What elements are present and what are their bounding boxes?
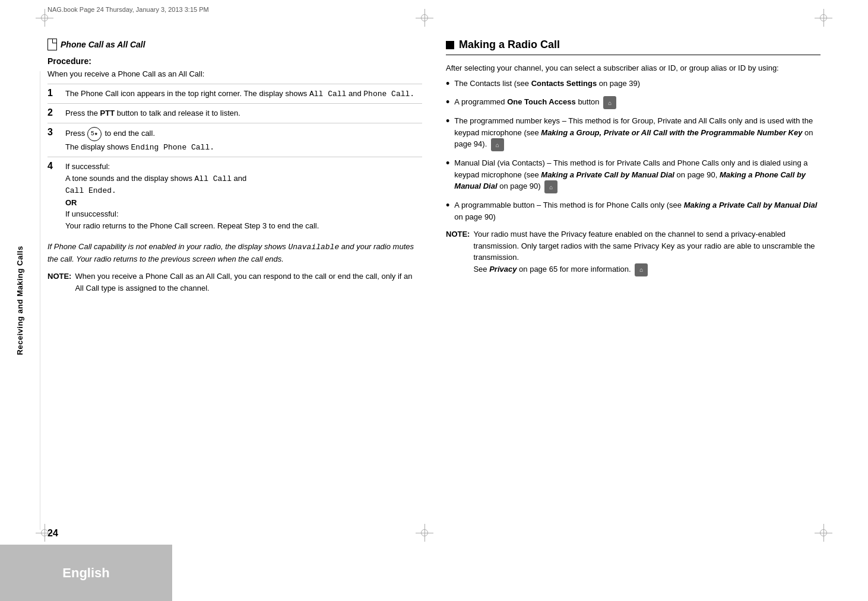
bullet-dot-4: • xyxy=(446,157,449,193)
bullet-content-5: A programmable button – This method is f… xyxy=(454,199,821,222)
bullet-dot-3: • xyxy=(446,115,449,151)
bullet-item-2: • A programmed One Touch Access button ⌂ xyxy=(446,96,821,109)
bullet-dot-2: • xyxy=(446,96,449,109)
header-text: NAG.book Page 24 Thursday, January 3, 20… xyxy=(47,6,209,13)
one-touch-icon: ⌂ xyxy=(603,96,616,109)
programmable-key-icon: ⌂ xyxy=(491,138,504,151)
bullet-content-3: The programmed number keys – This method… xyxy=(454,115,821,151)
step-4: 4 If successful: A tone sounds and the d… xyxy=(47,157,422,235)
step-4-num: 4 xyxy=(47,161,59,231)
sidebar-tab: Receiving and Making Calls xyxy=(0,71,40,530)
right-note-block: NOTE: Your radio must have the Privacy f… xyxy=(446,228,821,276)
bullet-item-4: • Manual Dial (via Contacts) – This meth… xyxy=(446,157,821,193)
left-section-title: Phone Call as All Call xyxy=(61,40,145,49)
italic-note: If Phone Call capability is not enabled … xyxy=(47,241,422,265)
right-note-text: Your radio must have the Privacy feature… xyxy=(473,228,821,276)
doc-icon xyxy=(47,39,57,50)
right-column: Making a Radio Call After selecting your… xyxy=(446,33,821,530)
bottom-language-tab: English xyxy=(0,545,172,601)
main-content: Phone Call as All Call Procedure: When y… xyxy=(47,33,821,530)
bullet-content-4: Manual Dial (via Contacts) – This method… xyxy=(454,157,821,193)
bullet-content-2: A programmed One Touch Access button ⌂ xyxy=(454,96,821,109)
page-header: NAG.book Page 24 Thursday, January 3, 20… xyxy=(47,6,821,13)
right-section-heading: Making a Radio Call xyxy=(459,39,560,51)
sidebar-label: Receiving and Making Calls xyxy=(15,246,24,355)
step-3: 3 Press 5★ to end the call. The display … xyxy=(47,123,422,157)
bullet-dot-5: • xyxy=(446,199,449,222)
left-section-title-row: Phone Call as All Call xyxy=(47,39,422,50)
right-note-text-main: Your radio must have the Privacy feature… xyxy=(473,230,815,262)
note-label: NOTE: xyxy=(47,271,71,294)
procedure-label: Procedure: xyxy=(47,56,422,66)
step-1-num: 1 xyxy=(47,88,59,100)
note-block: NOTE: When you receive a Phone Call as a… xyxy=(47,271,422,294)
press-button-icon: 5★ xyxy=(87,127,102,141)
step-3-content: Press 5★ to end the call. The display sh… xyxy=(65,127,422,154)
bullet-item-3: • The programmed number keys – This meth… xyxy=(446,115,821,151)
step-1-content: The Phone Call icon appears in the top r… xyxy=(65,88,422,100)
step-2-num: 2 xyxy=(47,107,59,119)
left-column: Phone Call as All Call Procedure: When y… xyxy=(47,33,422,530)
step-2-content: Press the PTT button to talk and release… xyxy=(65,107,422,119)
bullet-item-1: • The Contacts list (see Contacts Settin… xyxy=(446,78,821,91)
bullet-item-5: • A programmable button – This method is… xyxy=(446,199,821,222)
right-note-label: NOTE: xyxy=(446,228,470,276)
bullet-content-1: The Contacts list (see Contacts Settings… xyxy=(454,78,821,91)
or-label: OR xyxy=(65,198,77,207)
procedure-intro: When you receive a Phone Call as an All … xyxy=(47,68,422,80)
right-section-heading-row: Making a Radio Call xyxy=(446,39,821,55)
step-3-num: 3 xyxy=(47,127,59,154)
step-1: 1 The Phone Call icon appears in the top… xyxy=(47,84,422,104)
bullet-list: • The Contacts list (see Contacts Settin… xyxy=(446,78,821,223)
note-text: When you receive a Phone Call as an All … xyxy=(75,271,422,294)
step-4-content: If successful: A tone sounds and the dis… xyxy=(65,161,422,231)
privacy-icon: ⌂ xyxy=(635,263,648,276)
bottom-tab-label: English xyxy=(62,565,109,581)
bullet-dot-1: • xyxy=(446,78,449,91)
right-section-intro: After selecting your channel, you can se… xyxy=(446,62,821,74)
manual-dial-icon: ⌂ xyxy=(544,180,557,193)
step-2: 2 Press the PTT button to talk and relea… xyxy=(47,103,422,123)
heading-square-icon xyxy=(446,41,454,49)
